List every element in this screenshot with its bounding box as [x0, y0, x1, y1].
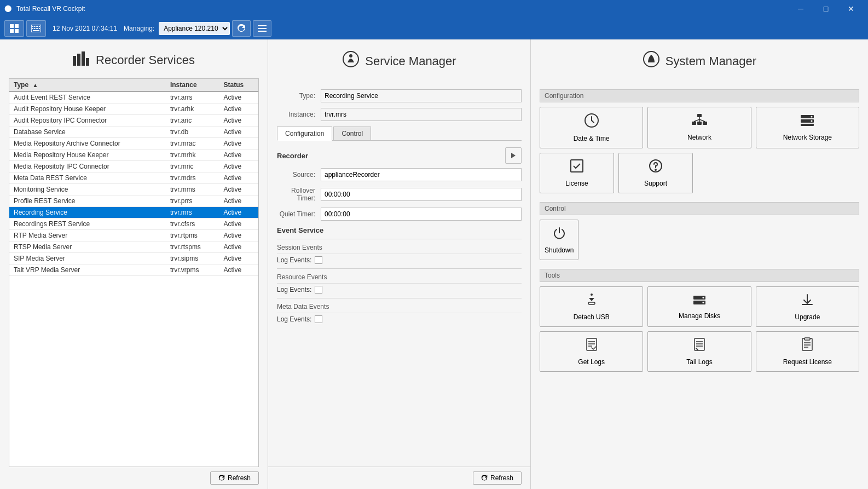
col-type[interactable]: Type ▲ [9, 79, 166, 91]
table-row[interactable]: Tait VRP Media Server trvr.vrpms Active [9, 264, 258, 276]
rollover-input[interactable] [321, 188, 522, 201]
date-time-button[interactable]: Date & Time [540, 107, 643, 148]
row-type: RTSP Media Server [9, 241, 166, 253]
disks-icon [692, 294, 707, 309]
session-log-checkbox[interactable] [315, 256, 322, 264]
row-instance: trvr.vrpms [166, 264, 219, 276]
row-type: Recording Service [9, 207, 166, 218]
row-instance: trvr.db [166, 126, 219, 138]
system-manager-header: System Manager [531, 39, 868, 80]
row-status: Active [219, 230, 258, 241]
grid-view-button[interactable] [4, 20, 24, 37]
svg-rect-1 [15, 24, 19, 28]
svg-rect-20 [77, 54, 80, 66]
tab-configuration[interactable]: Configuration [277, 126, 332, 141]
table-row[interactable]: Audit Repository IPC Connector trvr.aric… [9, 115, 258, 126]
row-instance: trvr.rtspms [166, 241, 219, 253]
instance-input[interactable] [321, 108, 522, 121]
svg-rect-11 [34, 28, 35, 29]
close-button[interactable]: ✕ [838, 0, 864, 18]
metadata-log-label: Log Events: [277, 315, 311, 323]
row-status: Active [219, 138, 258, 149]
table-row[interactable]: Recordings REST Service trvr.cfsrs Activ… [9, 218, 258, 230]
app-title: Total Recall VR Cockpit [16, 5, 788, 13]
middle-refresh-button[interactable]: Refresh [473, 471, 522, 485]
manage-disks-label: Manage Disks [679, 312, 720, 320]
row-type: Audit Repository IPC Connector [9, 115, 166, 126]
resource-events-section: Resource Events Log Events: [277, 273, 522, 294]
type-input[interactable] [321, 89, 522, 102]
col-status[interactable]: Status [219, 79, 258, 91]
row-instance: trvr.mms [166, 184, 219, 195]
svg-rect-29 [697, 122, 702, 125]
service-manager-title: Service Manager [365, 54, 456, 68]
table-row[interactable]: Audit Repository House Keeper trvr.arhk … [9, 103, 258, 115]
svg-rect-8 [37, 26, 38, 27]
menu-button[interactable] [253, 20, 271, 37]
license-button[interactable]: License [540, 153, 614, 193]
table-row[interactable]: Meta Data REST Service trvr.mdrs Active [9, 172, 258, 184]
table-row[interactable]: RTSP Media Server trvr.rtspms Active [9, 241, 258, 253]
table-row[interactable]: SIP Media Server trvr.sipms Active [9, 253, 258, 264]
detach-usb-button[interactable]: Detach USB [540, 286, 643, 327]
row-type: Database Service [9, 126, 166, 138]
upgrade-button[interactable]: Upgrade [756, 286, 859, 327]
svg-rect-7 [36, 26, 37, 27]
metadata-log-checkbox[interactable] [315, 315, 322, 323]
table-row[interactable]: Monitoring Service trvr.mms Active [9, 184, 258, 195]
configuration-tab-content: Recorder Source: Rollover Timer: [277, 147, 522, 323]
get-logs-button[interactable]: Get Logs [540, 331, 643, 372]
table-row[interactable]: RTP Media Server trvr.rtpms Active [9, 230, 258, 241]
tab-control[interactable]: Control [333, 126, 371, 140]
row-status: Active [219, 207, 258, 218]
table-row[interactable]: Profile REST Service trvr.prrs Active [9, 195, 258, 207]
quiet-input[interactable] [321, 208, 522, 221]
network-storage-button[interactable]: Network Storage [756, 107, 859, 148]
recorder-section-title: Recorder [277, 147, 522, 164]
table-row[interactable]: Media Repository Archive Connector trvr.… [9, 138, 258, 149]
session-events-section: Session Events Log Events: [277, 244, 522, 264]
support-icon [649, 159, 663, 176]
svg-rect-28 [692, 122, 696, 125]
row-status: Active [219, 172, 258, 184]
svg-rect-13 [37, 28, 38, 29]
table-row[interactable]: Audit Event REST Service trvr.arrs Activ… [9, 91, 258, 103]
source-input[interactable] [321, 168, 522, 181]
service-manager-panel: Service Manager Type: Instance: Configur… [268, 39, 531, 489]
table-row[interactable]: Media Repository House Keeper trvr.mrhk … [9, 149, 258, 161]
keyboard-button[interactable] [26, 20, 46, 37]
managing-label: Managing: [124, 25, 154, 32]
minimize-button[interactable]: ─ [788, 0, 813, 18]
table-row[interactable]: Recording Service trvr.mrs Active [9, 207, 258, 218]
network-storage-label: Network Storage [783, 134, 832, 141]
session-log-row: Log Events: [277, 256, 522, 264]
resource-log-checkbox[interactable] [315, 286, 322, 294]
service-manager-header: Service Manager [268, 39, 530, 80]
network-button[interactable]: Network [647, 107, 751, 148]
svg-line-34 [699, 119, 705, 122]
svg-rect-27 [697, 114, 702, 117]
row-status: Active [219, 218, 258, 230]
svg-rect-2 [10, 29, 14, 33]
shutdown-button[interactable]: Shutdown [540, 220, 578, 260]
service-manager-icon [342, 50, 360, 72]
type-label: Type: [277, 92, 321, 100]
manage-disks-button[interactable]: Manage Disks [647, 286, 751, 327]
tail-logs-button[interactable]: Tail Logs [647, 331, 751, 372]
refresh-connection-button[interactable] [232, 20, 251, 37]
get-logs-label: Get Logs [578, 358, 605, 366]
session-events-title: Session Events [277, 244, 522, 254]
appliance-selector[interactable]: Appliance 120.210 [159, 22, 230, 35]
row-instance: trvr.mrs [166, 207, 219, 218]
maximize-button[interactable]: □ [813, 0, 838, 18]
table-row[interactable]: Database Service trvr.db Active [9, 126, 258, 138]
support-button[interactable]: Support [618, 153, 693, 193]
row-instance: trvr.arrs [166, 91, 219, 103]
request-license-button[interactable]: Request License [756, 331, 859, 372]
recorder-action-button[interactable] [505, 147, 522, 164]
left-refresh-button[interactable]: Refresh [210, 471, 259, 485]
rollover-field-row: Rollover Timer: [277, 187, 522, 202]
col-instance[interactable]: Instance [166, 79, 219, 91]
recorder-services-title: Recorder Services [96, 53, 195, 67]
table-row[interactable]: Media Repositoty IPC Connector trvr.mric… [9, 161, 258, 172]
